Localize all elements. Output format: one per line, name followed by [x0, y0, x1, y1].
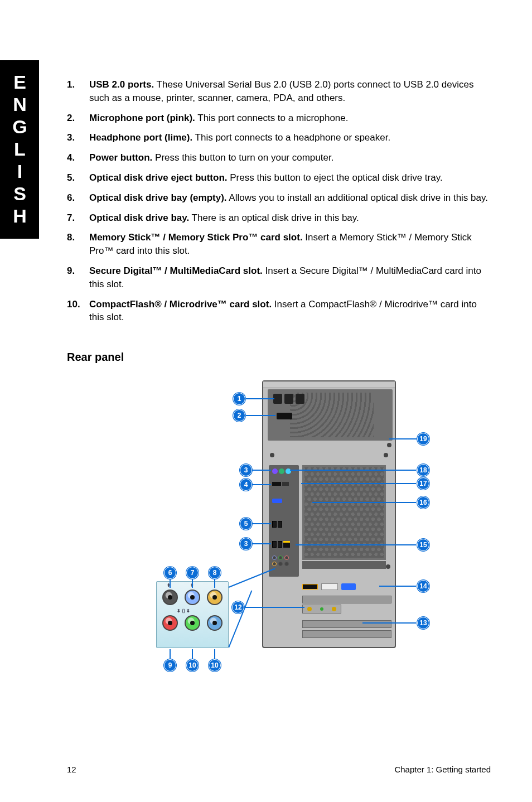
- power-socket-icon: [296, 394, 304, 404]
- wifi-card-bracket: [302, 605, 341, 613]
- callout-line: [312, 502, 416, 503]
- item-number: 3.: [67, 131, 89, 144]
- callout-badge-16: 16: [417, 496, 429, 509]
- callout-badge-7: 7: [186, 567, 199, 579]
- tower-body: [262, 380, 396, 648]
- item-number: 9.: [67, 264, 89, 291]
- page-footer: 12 Chapter 1: Getting started: [67, 765, 491, 774]
- callout-line: [290, 470, 416, 471]
- callout-line: [251, 543, 271, 544]
- audio-jack-icon: [284, 555, 289, 560]
- callout-line: [296, 544, 416, 545]
- expansion-slot-cover: [302, 596, 391, 603]
- item-text: Optical disk drive bay (empty). Allows y…: [89, 191, 491, 205]
- callout-badge-2: 2: [233, 409, 245, 422]
- callout-line: [379, 586, 416, 587]
- list-item: 7.Optical disk drive bay. There is an op…: [67, 211, 491, 225]
- callout-badge-8: 8: [209, 567, 221, 579]
- vga-port-icon: [272, 499, 282, 503]
- lan-port-icon: [283, 541, 290, 548]
- list-item: 9.Secure Digital™ / MultiMediaCard slot.…: [67, 264, 491, 291]
- callout-line: [301, 483, 416, 484]
- callout-line: [251, 484, 271, 485]
- callout-badge-1: 1: [233, 393, 245, 405]
- expansion-slot-cover: [302, 630, 391, 638]
- audio-jack-icon: [278, 562, 283, 566]
- graphics-card-bracket: [302, 581, 391, 592]
- line-in-jack-icon: [185, 590, 200, 605]
- callout-line: [214, 649, 215, 659]
- callout-line: [192, 578, 193, 588]
- item-number: 4.: [67, 151, 89, 165]
- display-port-icon: [282, 482, 289, 486]
- item-number: 10.: [67, 298, 89, 325]
- callout-line: [243, 607, 304, 608]
- list-item: 8.Memory Stick™ / Memory Stick Pro™ card…: [67, 231, 491, 258]
- hdmi-port-icon: [272, 482, 281, 486]
- callout-badge-19: 19: [417, 433, 429, 445]
- power-socket-icon: [273, 394, 282, 404]
- item-number: 6.: [67, 191, 89, 205]
- usb-port-icon: [272, 541, 277, 548]
- item-number: 5.: [67, 171, 89, 185]
- usb-port-icon: [278, 541, 282, 548]
- screw-icon: [387, 443, 391, 447]
- antenna-connector-icon: [332, 607, 336, 611]
- callout-line: [389, 438, 418, 439]
- item-text: USB 2.0 ports. These Universal Serial Bu…: [89, 78, 491, 105]
- item-number: 1.: [67, 78, 89, 105]
- audio-jack-icon: [272, 562, 277, 566]
- list-item: 5.Optical disk drive eject button. Press…: [67, 171, 491, 185]
- callout-line: [192, 649, 193, 659]
- item-number: 2.: [67, 112, 89, 125]
- item-text: Memory Stick™ / Memory Stick Pro™ card s…: [89, 231, 491, 258]
- card-vga-icon: [341, 583, 356, 590]
- line-out-jack-icon: [185, 615, 200, 631]
- psu-power-socket: [273, 394, 304, 404]
- callout-badge-4: 4: [240, 479, 252, 491]
- page-content: 1.USB 2.0 ports. These Universal Serial …: [67, 78, 491, 698]
- rear-panel-diagram: ⬍ ⬍ ⬍ ⟨⟩ ⬍ 1 2 3 4 5 3 12: [112, 380, 446, 698]
- item-text: Optical disk drive eject button. Press t…: [89, 171, 491, 185]
- callout-line: [214, 578, 215, 588]
- item-text: Microphone port (pink). This port connec…: [89, 112, 491, 125]
- item-text: CompactFlash® / Microdrive™ card slot. I…: [89, 298, 491, 325]
- callout-badge-17: 17: [417, 477, 429, 490]
- ps2-keyboard-port-icon: [272, 468, 278, 474]
- language-side-tab: ENGLISH: [0, 60, 39, 239]
- chapter-label: Chapter 1: Getting started: [394, 765, 491, 774]
- usb-port-icon: [278, 521, 282, 528]
- io-shield: [269, 465, 299, 577]
- item-text: Secure Digital™ / MultiMediaCard slot. I…: [89, 264, 491, 291]
- led-icon: [320, 607, 323, 611]
- tower-top-cap: [263, 381, 395, 388]
- list-item: 4.Power button. Press this button to tur…: [67, 151, 491, 165]
- language-label: ENGLISH: [9, 71, 31, 228]
- callout-line: [170, 649, 171, 659]
- zoom-connector-line: [228, 591, 252, 648]
- audio-jack-icon: [284, 562, 289, 566]
- audio-cluster-zoom: ⬍ ⬍ ⬍ ⟨⟩ ⬍: [156, 581, 229, 648]
- item-text: Optical disk drive bay. There is an opti…: [89, 211, 491, 225]
- psu-area: [268, 389, 393, 441]
- screw-icon: [270, 453, 274, 457]
- callout-line: [362, 622, 416, 624]
- section-heading: Rear panel: [67, 351, 491, 364]
- callout-badge-15: 15: [417, 539, 429, 551]
- card-dvi-icon: [321, 583, 338, 590]
- card-hdmi-icon: [302, 584, 318, 590]
- callout-badge-6: 6: [164, 567, 176, 579]
- item-number: 7.: [67, 211, 89, 225]
- list-item: 10.CompactFlash® / Microdrive™ card slot…: [67, 298, 491, 325]
- center-bass-jack-icon: [207, 590, 223, 605]
- callout-badge-12: 12: [232, 601, 244, 613]
- callout-badge-18: 18: [417, 464, 429, 476]
- case-vent-grill: [302, 465, 386, 560]
- numbered-list: 1.USB 2.0 ports. These Universal Serial …: [67, 78, 491, 324]
- item-number: 8.: [67, 231, 89, 258]
- list-item: 1.USB 2.0 ports. These Universal Serial …: [67, 78, 491, 105]
- callout-badge-5: 5: [240, 518, 252, 530]
- ps2-mouse-port-icon: [279, 468, 284, 474]
- callout-line: [244, 398, 274, 399]
- screw-icon: [384, 453, 388, 457]
